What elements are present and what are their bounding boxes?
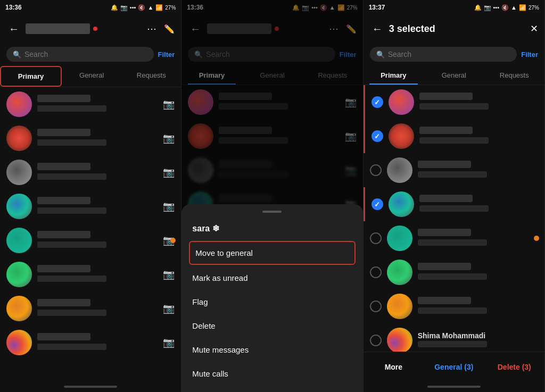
conv-info [37,95,158,114]
status-time-1: 13:36 [5,4,22,11]
header-title-area-3: 3 selected [389,23,526,35]
search-wrap-3[interactable]: 🔍 [370,47,517,62]
tab-requests-1[interactable]: Requests [121,66,181,87]
conv-item[interactable]: 📷 [0,223,181,257]
header-3: ← 3 selected ✕ [364,15,544,43]
conv-item[interactable] [364,221,544,255]
search-wrap-1[interactable]: 🔍 [6,47,154,62]
conv-item[interactable]: 📷 [0,189,181,223]
bottom-sheet-overlay[interactable]: sara ❄ Move to general Mark as unread Fl… [181,0,362,392]
conv-name [37,265,90,272]
notification-icon: 🔔 [474,4,482,11]
camera-icon: 📷 [163,303,175,314]
panel-3: 13:37 🔔 📷 ••• 🔇 ▲ 📶 27% ← 3 selected ✕ 🔍… [364,0,545,392]
header-icons-3: ✕ [530,23,538,35]
checkbox-7[interactable] [370,301,382,312]
conv-msg [419,205,489,212]
notification-icon: 🔔 [111,4,118,11]
shima-name: Shima Mohammadi [418,331,538,340]
instagram-icon: 📷 [120,4,128,11]
search-input-3[interactable] [388,50,511,59]
conv-info [37,265,158,284]
dots-icon: ••• [493,4,500,11]
back-button-3[interactable]: ← [370,23,385,35]
tab-primary-3[interactable]: Primary [364,66,424,85]
checkbox-1[interactable] [371,96,383,108]
avatar [387,328,412,352]
conv-item[interactable]: 📷 [0,326,181,360]
search-input-1[interactable] [24,50,147,59]
checkbox-8[interactable] [370,335,382,346]
back-button-1[interactable]: ← [6,23,21,35]
checkbox-6[interactable] [370,266,382,278]
home-bar-1 [64,386,117,388]
filter-button-3[interactable]: Filter [521,51,538,59]
conv-name [419,127,473,134]
header-icons-1: ⋯ ✏️ [147,23,175,35]
sheet-contact-name: sara ❄ [181,219,362,240]
checkbox-2[interactable] [371,130,383,142]
search-icon-1: 🔍 [13,51,21,59]
conv-info [419,93,538,112]
conv-item[interactable] [364,119,544,153]
avatar [387,294,412,319]
conv-item[interactable] [364,289,544,323]
panel-2: 13:36 🔔 📷 ••• 🔇 ▲ 📶 27% ← ███████████ ⋯ … [181,0,363,392]
sheet-item-delete[interactable]: Delete [181,314,362,338]
conv-item[interactable]: 📷 [0,121,181,155]
edit-icon-1[interactable]: ✏️ [164,24,175,34]
conv-name [37,197,90,204]
sheet-item-mute-messages[interactable]: Mute messages [181,338,362,362]
instagram-icon: 📷 [484,4,491,11]
avatar [6,126,32,151]
conv-info [419,195,538,214]
selected-title: 3 selected [389,23,526,35]
conv-item[interactable] [364,153,544,187]
conv-item[interactable] [364,85,544,119]
search-icon-3: 🔍 [376,51,385,59]
conv-msg [418,273,487,280]
conv-item[interactable]: 📷 [0,155,181,189]
online-dot-1 [93,27,97,31]
conv-msg [37,139,106,146]
notification-dot [170,238,176,243]
wifi-icon: ▲ [511,4,517,11]
avatar [387,226,412,251]
checkbox-3[interactable] [370,164,382,176]
delete-button[interactable]: Delete (3) [484,357,544,377]
tab-primary-1[interactable]: Primary [0,66,62,87]
general-button[interactable]: General (3) [424,357,484,377]
avatar [6,160,32,185]
conv-name [37,231,90,238]
camera-icon: 📷 [163,269,175,280]
conv-msg [37,241,106,248]
menu-icon-1[interactable]: ⋯ [147,23,156,35]
tab-general-3[interactable]: General [424,66,484,85]
conv-item[interactable] [364,255,544,289]
status-time-3: 13:37 [369,4,385,11]
checkbox-5[interactable] [370,232,382,244]
search-bar-1: 🔍 Filter [0,43,181,66]
conv-item[interactable]: 📷 [0,87,181,121]
tab-general-1[interactable]: General [62,66,121,87]
conv-item[interactable] [364,187,544,221]
filter-button-1[interactable]: Filter [158,51,175,59]
sheet-item-mark-unread[interactable]: Mark as unread [181,266,362,290]
conv-item[interactable]: 📷 [0,257,181,291]
checkbox-4[interactable] [371,198,383,210]
signal-icon: 📶 [155,4,163,11]
more-button[interactable]: More [364,357,424,377]
tab-requests-3[interactable]: Requests [484,66,544,85]
sheet-item-mute-calls[interactable]: Mute calls [181,362,362,386]
sheet-handle [262,211,282,213]
conv-item-shima[interactable]: Shima Mohammadi [364,323,544,352]
close-icon-3[interactable]: ✕ [530,23,538,35]
header-title-area-1: ███████████ [26,23,143,34]
conv-name [419,93,473,100]
sheet-item-flag[interactable]: Flag [181,290,362,314]
sheet-item-move-general[interactable]: Move to general [189,241,355,265]
avatar [389,89,414,115]
conv-info [37,129,158,148]
conv-item[interactable]: 📷 [0,291,181,326]
conv-msg [37,344,106,350]
